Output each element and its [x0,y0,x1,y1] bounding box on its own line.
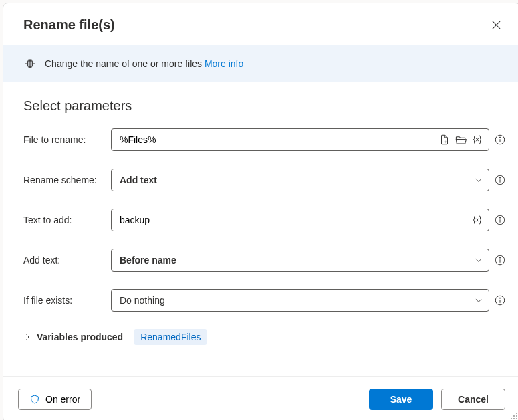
row-rename-scheme: Rename scheme: Add text [23,169,507,191]
variable-picker-icon[interactable] [471,214,483,226]
dialog-body: Select parameters File to rename: [3,82,518,376]
svg-point-24 [499,298,500,298]
variables-produced-row[interactable]: Variables produced RenamedFiles [23,329,507,345]
if-file-exists-value: Do nothing [120,295,470,306]
variables-produced-label: Variables produced [37,332,123,342]
on-error-button[interactable]: On error [18,389,92,410]
label-add-text: Add text: [23,255,107,266]
variable-chip[interactable]: RenamedFiles [134,329,207,345]
add-text-select[interactable]: Before name [111,249,489,272]
svg-point-27 [516,415,517,417]
chevron-down-icon [474,175,483,185]
chevron-down-icon [474,296,483,305]
row-if-file-exists: If file exists: Do nothing [23,289,507,312]
svg-point-29 [513,418,515,419]
rename-action-icon [23,57,37,70]
add-text-value: Before name [120,255,470,266]
close-icon [491,20,501,30]
save-button[interactable]: Save [369,389,433,410]
row-file-to-rename: File to rename: [23,128,507,151]
close-button[interactable] [488,17,504,33]
dialog-header: Rename file(s) [3,3,518,45]
on-error-label: On error [45,394,80,405]
cancel-button[interactable]: Cancel [441,389,505,410]
input-wrap-file-to-rename [111,128,489,151]
file-select-icon[interactable] [438,134,450,146]
svg-point-21 [499,257,500,258]
chevron-right-icon [23,333,31,341]
rename-scheme-value: Add text [120,175,470,185]
info-icon[interactable] [493,294,507,307]
info-banner-text: Change the name of one or more files Mor… [45,58,243,69]
input-wrap-text-to-add [111,209,489,231]
text-to-add-input[interactable] [120,215,467,225]
variable-picker-icon[interactable] [471,134,483,146]
info-banner: Change the name of one or more files Mor… [3,45,518,82]
dialog-footer: On error Save Cancel [3,376,518,420]
if-file-exists-select[interactable]: Do nothing [111,289,489,312]
info-icon[interactable] [493,213,507,227]
label-if-file-exists: If file exists: [23,295,107,306]
svg-point-25 [516,413,517,414]
dialog-title: Rename file(s) [23,17,115,33]
svg-point-26 [513,415,515,417]
info-icon[interactable] [493,133,507,146]
svg-point-13 [499,177,500,178]
folder-select-icon[interactable] [455,134,467,146]
label-rename-scheme: Rename scheme: [23,175,107,185]
svg-point-18 [499,217,500,218]
svg-point-10 [499,137,500,138]
rename-scheme-select[interactable]: Add text [111,169,489,191]
shield-icon [29,394,40,405]
section-title: Select parameters [23,98,507,114]
rename-files-dialog: Rename file(s) Change the name of one or… [3,3,518,420]
svg-point-28 [511,418,512,419]
resize-grip[interactable] [510,412,518,420]
chevron-down-icon [474,255,483,265]
svg-point-30 [516,418,517,419]
file-to-rename-input[interactable] [120,134,434,145]
info-icon[interactable] [493,253,507,267]
footer-actions: Save Cancel [369,389,505,410]
row-add-text: Add text: Before name [23,249,507,272]
label-text-to-add: Text to add: [23,215,107,225]
label-file-to-rename: File to rename: [23,134,107,145]
info-banner-message: Change the name of one or more files [45,58,205,69]
row-text-to-add: Text to add: [23,209,507,231]
more-info-link[interactable]: More info [205,58,243,69]
info-icon[interactable] [493,173,507,187]
